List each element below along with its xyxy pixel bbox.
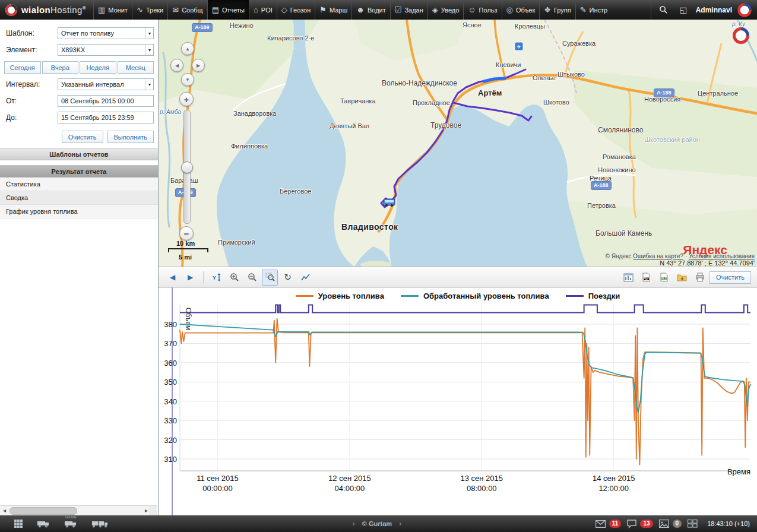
chart-zoom-in-button[interactable] [226, 270, 242, 286]
app-title: wialonHosting® [21, 5, 86, 15]
nav-item-monitoring[interactable]: ▥Монит [93, 0, 132, 20]
unit-select[interactable]: X893KX ▾ [58, 44, 154, 56]
nav-item-poi[interactable]: ⌂POI [249, 0, 277, 20]
photos-button[interactable] [659, 520, 669, 528]
from-date-input[interactable]: 08 Сентябрь 2015 00:00 [58, 95, 154, 107]
grid-view-button[interactable] [14, 520, 23, 528]
search-button[interactable] [657, 3, 671, 17]
unit-truck-trailer-button[interactable] [91, 520, 108, 528]
map-terms-link[interactable]: Условия использования [689, 253, 755, 259]
video-wall-button[interactable] [688, 520, 698, 528]
scrollbar-thumb[interactable] [9, 507, 77, 515]
account-logo-icon[interactable] [737, 3, 752, 17]
messages-button[interactable] [596, 520, 606, 528]
unit-groups-icon: ❖ [544, 5, 551, 14]
unit-truck-button[interactable] [37, 520, 50, 528]
mail-icon [596, 520, 606, 528]
report-chart-panel: ◀ ▶ Y [159, 267, 757, 515]
users-icon: ☺ [468, 5, 476, 14]
chevron-left[interactable]: › [353, 520, 355, 528]
gurtam-copyright[interactable]: © Gurtam [362, 520, 392, 527]
quick-range-0[interactable]: Сегодня [4, 61, 41, 74]
chat-button[interactable] [627, 520, 636, 528]
arrow-up-icon: ▲ [185, 46, 190, 52]
scroll-left-arrow[interactable]: ◂ [0, 506, 9, 515]
export-file-button[interactable] [674, 270, 690, 286]
nav-item-units[interactable]: ◎Объек [502, 0, 540, 20]
pan-left-button[interactable]: ◀ [170, 59, 183, 72]
export-pdf-button[interactable]: PDF [638, 270, 654, 286]
to-date-input[interactable]: 15 Сентябрь 2015 23:59 [58, 112, 154, 124]
zoom-slider-handle[interactable] [181, 162, 193, 173]
wialon-map-logo-icon[interactable] [732, 27, 750, 45]
legend-item-0[interactable]: Уровень топлива [296, 292, 384, 300]
messages-icon: ✉ [172, 5, 179, 14]
chevron-right[interactable]: › [399, 520, 401, 528]
unit-marker-bus[interactable] [384, 199, 395, 207]
chart-type-button[interactable] [297, 270, 313, 286]
legend-item-2[interactable]: Поездки [566, 292, 620, 300]
section-bar-1[interactable]: Результат отчета [0, 165, 158, 178]
user-name[interactable]: Adminnavi [696, 6, 732, 14]
export-excel-button[interactable]: XLS [656, 270, 672, 286]
unit-truck-name-button[interactable]: NAME [64, 520, 77, 528]
map-attribution: © Яндекс Ошибка на карте? · Условия испо… [606, 253, 755, 259]
print-button[interactable] [692, 270, 708, 286]
pan-up-button[interactable]: ▲ [181, 42, 194, 55]
fit-y-scale-button[interactable]: Y [208, 270, 224, 286]
chart-clear-button[interactable]: Очистить [710, 271, 751, 284]
chart-back-button[interactable]: ◀ [164, 270, 180, 286]
chart-zoom-selection-button[interactable] [262, 270, 278, 286]
zoom-out-button[interactable]: − [179, 226, 194, 240]
legend-swatch [296, 295, 313, 297]
nav-item-reports[interactable]: ▤Отчеты [207, 0, 249, 20]
result-item-1[interactable]: Сводка [0, 191, 158, 205]
zoom-slider[interactable] [183, 110, 191, 224]
nav-item-notifications[interactable]: ◈Уведо [427, 0, 464, 20]
execute-button[interactable]: Выполнить [107, 131, 154, 143]
wialon-logo: wialonHosting® [0, 0, 93, 20]
map-error-link[interactable]: Ошибка на карте? [633, 253, 683, 259]
truck-name-icon [64, 520, 77, 528]
nav-item-messages[interactable]: ✉Сообщ [167, 0, 207, 20]
nav-item-users[interactable]: ☺Польз [463, 0, 501, 20]
nav-item-jobs[interactable]: ☑Задан [390, 0, 427, 20]
result-item-2[interactable]: График уровня топлива [0, 205, 158, 218]
layout-toggle-button[interactable]: ◱ [676, 3, 691, 17]
fuel-level-chart[interactable]: 31032033034035036037038011 сен 201500:00… [159, 303, 757, 516]
chart-refresh-button[interactable]: ↻ [280, 270, 296, 286]
unit-label: Элемент: [6, 46, 58, 54]
pan-right-button[interactable]: ▶ [192, 59, 205, 72]
legend-item-1[interactable]: Обработанный уровень топлива [401, 292, 549, 300]
from-label: От: [6, 97, 58, 105]
airport-poi-icon[interactable]: ✈ [515, 42, 523, 50]
svg-text:04:00:00: 04:00:00 [335, 484, 365, 493]
nav-item-routes[interactable]: ⚑Марш [315, 0, 351, 20]
map-label: Девятый Вал [330, 122, 369, 129]
open-report-window-button[interactable] [620, 270, 636, 286]
section-bar-0[interactable]: Шаблоны отчетов [0, 148, 158, 160]
nav-item-drivers[interactable]: ☻Водит [351, 0, 390, 20]
sidebar-horizontal-scrollbar[interactable]: ◂ ▸ [0, 505, 151, 515]
nav-item-geofences[interactable]: ◇Геозон [277, 0, 315, 20]
chart-zoom-out-button[interactable] [244, 270, 260, 286]
chart-forward-button[interactable]: ▶ [182, 270, 198, 286]
quick-range-3[interactable]: Месяц [118, 61, 154, 74]
clear-button[interactable]: Очистить [62, 131, 103, 143]
zoom-in-icon [230, 273, 239, 282]
nav-item-unit-groups[interactable]: ❖Групп [539, 0, 575, 20]
result-item-0[interactable]: Статистика [0, 178, 158, 191]
zoom-in-button[interactable]: + [179, 92, 194, 106]
arrow-right-icon: ▶ [197, 63, 200, 68]
map-area[interactable]: ✈ НежиноКипарисово 2-еЯсноеКролевцыСураж… [159, 20, 757, 267]
nav-item-tracks[interactable]: ∿Треки [132, 0, 167, 20]
quick-range-1[interactable]: Вчера [42, 61, 79, 74]
interval-select[interactable]: Указанный интервал ▾ [58, 78, 154, 90]
scrollbar-corner [150, 505, 157, 515]
pan-down-button[interactable]: ▼ [181, 73, 194, 86]
quick-range-2[interactable]: Неделя [80, 61, 116, 74]
map-label: Филипповка [231, 142, 268, 150]
nav-item-tools[interactable]: ✎Инстр [575, 0, 612, 20]
template-select[interactable]: Отчет по топливу ▾ [58, 27, 154, 39]
legend-label: Уровень топлива [318, 292, 384, 300]
